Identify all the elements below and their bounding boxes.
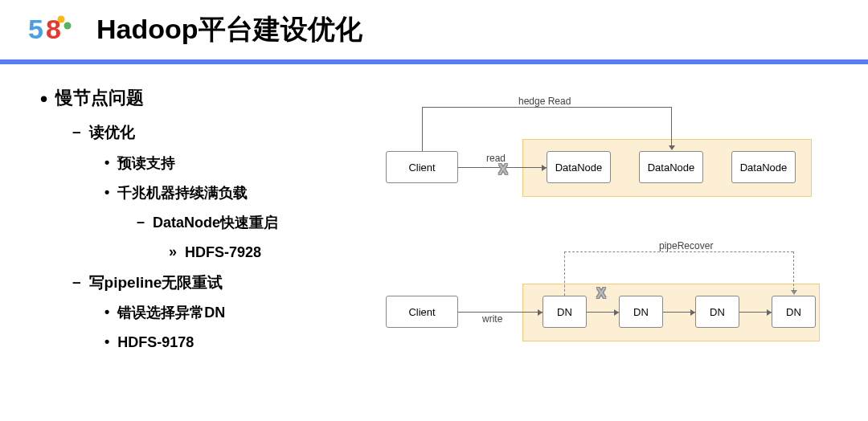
arrow-dn12-h <box>614 309 619 316</box>
outline-l3b: 千兆机器持续满负载 <box>104 182 378 204</box>
hedge-top <box>422 107 671 108</box>
logo-58: 5 8 <box>28 13 72 47</box>
arrow-write-head <box>538 309 542 316</box>
cross-icon: X <box>498 161 508 178</box>
arrow-dn23-h <box>690 309 695 316</box>
client-node: Client <box>386 151 458 183</box>
dn-w1: DN <box>542 296 587 328</box>
outline-l2b: 写pipeline无限重试 <box>72 272 378 295</box>
outline: 慢节点问题 读优化 预读支持 千兆机器持续满负载 DataNode快速重启 HD… <box>40 84 378 390</box>
label-write: write <box>482 313 502 325</box>
slide-content: 慢节点问题 读优化 预读支持 千兆机器持续满负载 DataNode快速重启 HD… <box>0 64 868 390</box>
pipe-down <box>793 251 794 290</box>
svg-text:5: 5 <box>28 14 43 44</box>
outline-l4a: DataNode快速重启 <box>137 212 378 234</box>
dn-w3: DN <box>695 296 739 328</box>
outline-l3c: 错误选择异常DN <box>104 302 378 324</box>
hedge-head <box>669 145 675 150</box>
svg-point-3 <box>64 22 72 30</box>
pipe-head <box>791 290 797 295</box>
diagram-write: Client DN DN DN DN write X pipeRecover <box>378 237 828 358</box>
outline-l3d: HDFS-9178 <box>104 332 378 354</box>
diagrams-area: Client DataNode DataNode DataNode read X… <box>378 84 836 390</box>
client-node-w: Client <box>386 296 458 328</box>
datanode-3: DataNode <box>731 151 796 183</box>
arrow-write <box>458 312 542 313</box>
datanode-1: DataNode <box>547 151 611 183</box>
label-pipe: pipeRecover <box>659 240 713 251</box>
outline-l3a: 预读支持 <box>104 153 378 174</box>
page-title: Hadoop平台建设优化 <box>96 11 362 48</box>
dn-w2: DN <box>619 296 663 328</box>
outline-l2a: 读优化 <box>72 121 378 145</box>
dn-w4: DN <box>772 296 816 328</box>
hedge-up <box>422 107 423 151</box>
arrow-dn34-h <box>767 309 772 316</box>
pipe-up <box>564 251 565 296</box>
cross-icon-w: X <box>596 285 606 302</box>
arrow-read-head <box>542 165 547 171</box>
datanode-2: DataNode <box>639 151 703 183</box>
svg-point-2 <box>58 16 65 23</box>
outline-l5a: HDFS-7928 <box>169 242 378 264</box>
diagram-read: Client DataNode DataNode DataNode read X… <box>378 92 828 205</box>
slide-header: 5 8 Hadoop平台建设优化 <box>0 0 868 64</box>
label-hedge: hedge Read <box>518 96 571 107</box>
hedge-down <box>671 107 672 145</box>
outline-l1: 慢节点问题 <box>40 84 378 113</box>
pipe-top <box>564 251 793 252</box>
